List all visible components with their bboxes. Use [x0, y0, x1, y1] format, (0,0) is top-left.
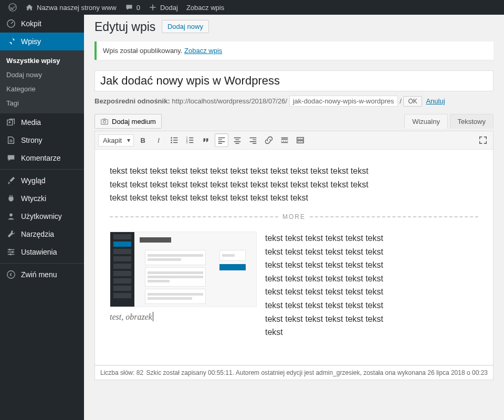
- plug-icon: [6, 194, 16, 203]
- align-right-button[interactable]: [246, 133, 260, 147]
- sidebar-item-comments[interactable]: Komentarze: [0, 149, 84, 167]
- post-title-input[interactable]: [94, 70, 494, 91]
- sidebar-item-label: Narzędzia: [21, 230, 54, 238]
- more-separator: MORE: [110, 212, 478, 222]
- kitchensink-button[interactable]: [293, 133, 307, 147]
- submenu-all-posts[interactable]: Wszystkie wpisy: [0, 54, 84, 68]
- site-name: Nazwa naszej strony www: [37, 4, 117, 12]
- svg-point-4: [9, 249, 11, 251]
- sidebar-item-label: Kokpit: [21, 19, 41, 28]
- sidebar-item-dashboard[interactable]: Kokpit: [0, 15, 84, 33]
- svg-point-6: [9, 254, 12, 256]
- permalink-ok-button[interactable]: OK: [403, 96, 422, 107]
- sidebar-item-pages[interactable]: Strony: [0, 131, 84, 149]
- sidebar-item-label: Media: [21, 118, 41, 127]
- add-new-button[interactable]: Dodaj nowy: [162, 20, 209, 33]
- submenu-add-new[interactable]: Dodaj nowy: [0, 68, 84, 82]
- permalink-cancel-link[interactable]: Anuluj: [426, 97, 445, 105]
- sidebar-item-label: Użytkownicy: [21, 212, 62, 220]
- pages-icon: [6, 135, 16, 145]
- bullet-list-button[interactable]: [167, 133, 181, 147]
- view-post-link[interactable]: Zobacz wpis: [182, 0, 228, 15]
- tab-visual[interactable]: Wizualny: [404, 114, 448, 129]
- submenu-categories[interactable]: Kategorie: [0, 82, 84, 96]
- distraction-free-button[interactable]: [476, 133, 490, 147]
- tab-text[interactable]: Tekstowy: [450, 114, 494, 129]
- svg-point-3: [9, 213, 13, 216]
- draft-info: Szkic został zapisany 00:55:11. Autorem …: [146, 369, 488, 376]
- sidebar-item-label: Ustawienia: [21, 248, 57, 256]
- editor-box: Akapit B I 123 tekst tekst tekst tekst t…: [94, 131, 494, 365]
- comment-icon: [125, 3, 133, 12]
- editor-content[interactable]: tekst tekst tekst tekst tekst tekst teks…: [95, 150, 493, 365]
- align-left-icon: [217, 135, 226, 145]
- align-center-icon: [233, 135, 242, 145]
- align-center-button[interactable]: [230, 133, 244, 147]
- svg-text:3: 3: [186, 141, 188, 144]
- readmore-icon: [280, 135, 289, 145]
- sidebar-collapse[interactable]: Zwiń menu: [0, 266, 84, 284]
- permalink-slug-input[interactable]: jak-dodac-nowy-wpis-w-wordpres: [289, 96, 398, 107]
- svg-point-2: [9, 121, 11, 123]
- camera-icon: [100, 117, 109, 125]
- permalink-row: Bezpośredni odnośnik: http://localhost/w…: [94, 96, 494, 107]
- quote-icon: [201, 135, 211, 145]
- site-name-link[interactable]: Nazwa naszej strony www: [21, 0, 121, 15]
- svg-point-5: [12, 251, 14, 253]
- word-count: Liczba słów: 82: [100, 369, 143, 376]
- wp-logo[interactable]: [4, 0, 21, 15]
- sidebar-item-label: Wygląd: [21, 176, 46, 185]
- permalink-sep: /: [400, 97, 402, 105]
- brush-icon: [6, 176, 16, 185]
- notice-link[interactable]: Zobacz wpis: [184, 47, 222, 55]
- sidebar-item-settings[interactable]: Ustawienia: [0, 243, 84, 261]
- svg-point-10: [171, 137, 172, 139]
- sidebar-item-users[interactable]: Użytkownicy: [0, 207, 84, 225]
- link-button[interactable]: [262, 133, 276, 147]
- comments-link[interactable]: 0: [121, 0, 144, 15]
- format-select[interactable]: Akapit: [98, 134, 134, 146]
- view-post-label: Zobacz wpis: [186, 4, 224, 12]
- sidebar-item-media[interactable]: Media: [0, 113, 84, 131]
- submenu-tags[interactable]: Tagi: [0, 96, 84, 110]
- align-left-button[interactable]: [215, 133, 228, 147]
- text-cursor: [153, 312, 153, 321]
- list-ol-icon: 123: [185, 135, 195, 145]
- editor-tabs: Wizualny Tekstowy: [404, 114, 494, 129]
- quote-button[interactable]: [199, 133, 213, 147]
- dashboard-icon: [6, 19, 16, 28]
- italic-button[interactable]: I: [152, 133, 165, 147]
- align-right-icon: [248, 135, 258, 145]
- sidebar-item-label: Zwiń menu: [21, 270, 57, 279]
- editor-statusbar: Liczba słów: 82 Szkic został zapisany 00…: [94, 365, 494, 380]
- num-list-button[interactable]: 123: [183, 133, 197, 147]
- svg-point-12: [171, 142, 172, 143]
- add-new-label: Dodaj: [160, 4, 178, 12]
- sidebar-item-plugins[interactable]: Wtyczki: [0, 190, 84, 207]
- sidebar-item-tools[interactable]: Narzędzia: [0, 225, 84, 243]
- permalink-label: Bezpośredni odnośnik:: [94, 97, 170, 105]
- image-caption[interactable]: test, obrazek: [110, 310, 152, 324]
- editor-toolbar: Akapit B I 123: [95, 131, 493, 150]
- sidebar-item-label: Wpisy: [21, 37, 41, 46]
- collapse-icon: [6, 270, 16, 279]
- comments-count: 0: [136, 4, 140, 12]
- comments-icon: [6, 153, 16, 163]
- sidebar-item-appearance[interactable]: Wygląd: [0, 172, 84, 190]
- list-ul-icon: [170, 135, 179, 145]
- add-media-button[interactable]: Dodaj medium: [94, 114, 162, 129]
- add-media-label: Dodaj medium: [112, 118, 156, 125]
- fullscreen-icon: [478, 135, 488, 145]
- readmore-button[interactable]: [278, 133, 291, 147]
- success-notice: Wpis został opublikowany. Zobacz wpis: [94, 41, 494, 60]
- content-wrap: Edytuj wpis Dodaj nowy Wpis został opubl…: [84, 15, 504, 380]
- add-new-link[interactable]: Dodaj: [144, 0, 182, 15]
- media-icon: [6, 118, 16, 127]
- pin-icon: [6, 37, 16, 46]
- sidebar-item-posts[interactable]: Wpisy: [0, 33, 84, 50]
- sidebar-item-label: Strony: [21, 136, 42, 144]
- inserted-image[interactable]: [110, 232, 257, 307]
- svg-point-11: [171, 140, 172, 141]
- bold-button[interactable]: B: [136, 133, 150, 147]
- kitchensink-icon: [296, 135, 305, 145]
